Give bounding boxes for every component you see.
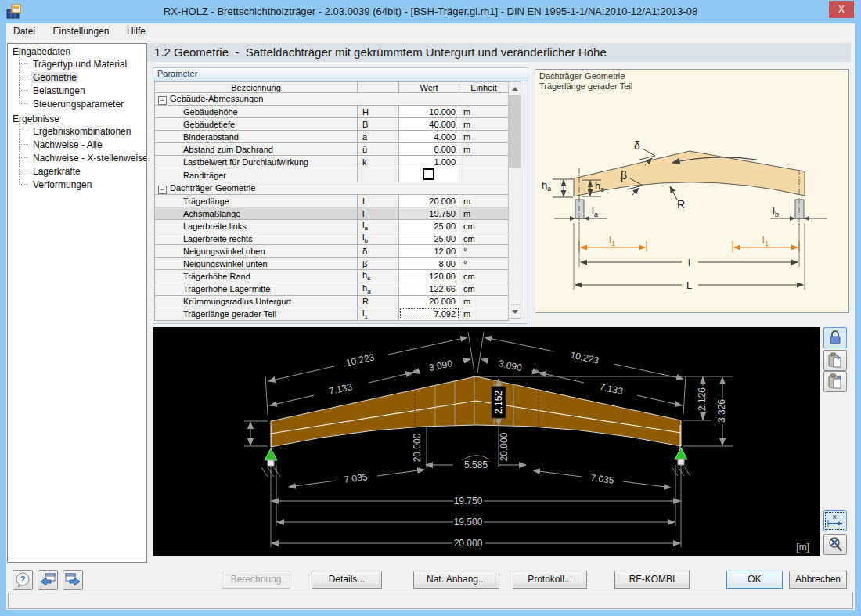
menu-hilfe[interactable]: Hilfe: [120, 23, 153, 40]
next-window-button[interactable]: [63, 570, 83, 590]
scrollbar-thumb[interactable]: [509, 95, 521, 168]
left-support: [261, 448, 280, 477]
title-bar[interactable]: RX-HOLZ - Brettschichtholzträger - 2.03.…: [0, 0, 861, 23]
right-support: [672, 448, 690, 476]
table-scrollbar[interactable]: [508, 81, 521, 319]
details-button[interactable]: Details...: [312, 571, 382, 589]
menu-einstellungen[interactable]: Einstellungen: [45, 23, 116, 40]
parameter-value-cell[interactable]: 20.000: [399, 295, 459, 308]
parameter-row[interactable]: Trägerhöhe Lagermitteha122.66cm: [155, 283, 509, 295]
parameter-name: Trägerlänge gerader Teil: [155, 308, 358, 320]
parameter-value-cell[interactable]: 4.000: [399, 131, 459, 143]
scrollbar-down-button[interactable]: [509, 304, 521, 318]
parameter-value-cell[interactable]: 122.66: [399, 283, 459, 295]
scrollbar-up-button[interactable]: [509, 82, 521, 95]
copy-to-clipboard-button[interactable]: [823, 350, 847, 371]
sidebar-group-ergebnisse[interactable]: Ergebnisse: [8, 111, 146, 125]
randtraeger-checkbox[interactable]: [423, 168, 434, 180]
previous-window-button[interactable]: [38, 570, 58, 590]
protokoll-button[interactable]: Protokoll...: [513, 571, 587, 589]
parameter-value-cell[interactable]: 25.00: [399, 232, 459, 245]
parameter-value-cell[interactable]: 25.00: [399, 220, 459, 232]
parameter-row[interactable]: Trägerhöhe Randhs120.00cm: [155, 270, 509, 283]
sidebar-item-label: Geometrie: [31, 72, 78, 83]
parameter-symbol: R: [358, 295, 399, 308]
parameter-row[interactable]: Randträger: [155, 168, 509, 182]
status-bar: [8, 593, 853, 609]
rf-kombi-button[interactable]: RF-KOMBI: [614, 571, 690, 589]
parameter-row[interactable]: Achsmaßlängel19.750m: [155, 207, 509, 220]
berechnung-button[interactable]: Berechnung: [222, 571, 290, 589]
parameter-name: Lastbeiwert für Durchlaufwirkung: [155, 156, 358, 168]
help-button[interactable]: ?: [13, 570, 33, 590]
parameter-row[interactable]: Abstand zum Dachrandü0.000m: [155, 143, 509, 156]
collapse-toggle-icon[interactable]: −: [158, 96, 167, 105]
parameter-unit: cm: [459, 283, 509, 295]
sidebar-item-ergebniskombinationen[interactable]: Ergebniskombinationen: [8, 125, 146, 139]
sidebar-group-eingabedaten[interactable]: Eingabedaten: [8, 44, 146, 58]
sidebar-item-nachweise-x-stellenweise[interactable]: Nachweise - X-stellenweise: [8, 152, 146, 165]
copy-to-file-button[interactable]: [823, 371, 847, 392]
parameter-row[interactable]: Binderabstanda4.000m: [155, 131, 509, 143]
chevron-up-icon: [512, 87, 518, 91]
parameter-name: Trägerlänge: [155, 195, 358, 207]
sidebar-item-nachweise-alle[interactable]: Nachweise - Alle: [8, 139, 146, 152]
l1-right-label: l1: [762, 234, 769, 247]
parameter-value-cell[interactable]: 120.00: [399, 270, 459, 283]
sidebar-item-belastungen[interactable]: Belastungen: [8, 85, 146, 98]
parameter-row[interactable]: GebäudehöheH10.000m: [155, 106, 509, 118]
parameter-row[interactable]: GebäudetiefeB40.000m: [155, 118, 509, 131]
parameter-unit: m: [459, 118, 509, 131]
zoom-reset-button[interactable]: [823, 534, 847, 555]
parameter-symbol: l1: [358, 308, 399, 320]
help-icon: ?: [13, 571, 32, 589]
parameter-row[interactable]: Krümmungsradius UntergurtR20.000m: [155, 295, 509, 308]
dimensioning-toggle-button[interactable]: x: [823, 510, 847, 531]
close-button[interactable]: X: [829, 1, 854, 18]
lock-view-button[interactable]: [823, 327, 847, 348]
sidebar-item-geometrie[interactable]: Geometrie: [8, 71, 146, 85]
collapse-toggle-icon[interactable]: −: [158, 186, 167, 194]
parameter-panel: Parameter Bezeichnung Wert Einheit −Gebä…: [153, 67, 528, 324]
parameter-symbol: L: [358, 195, 399, 207]
parameter-value-cell[interactable]: 19.750: [399, 207, 459, 220]
parameter-symbol: hs: [358, 270, 399, 283]
sidebar-item-steuerungsparameter[interactable]: Steuerungsparameter: [8, 98, 146, 111]
parameter-row[interactable]: Neigungswinkel obenδ12.00°: [155, 245, 509, 258]
parameter-value-cell[interactable]: 10.000: [399, 106, 459, 118]
parameter-section-row[interactable]: −Dachträger-Geometrie: [155, 182, 509, 195]
sidebar-item-lagerkräfte[interactable]: Lagerkräfte: [8, 165, 146, 178]
beam-drawing-canvas[interactable]: 10.223 10.223 7.133 7.133 3.090 3.090 2.…: [153, 327, 820, 556]
ha-label: ha: [542, 179, 551, 193]
parameter-table: Bezeichnung Wert Einheit −Gebäude-Abmess…: [154, 81, 509, 321]
parameter-row[interactable]: Lagerbreite linksla25.00cm: [155, 220, 509, 232]
app-icon: [6, 4, 22, 20]
parameter-value-cell[interactable]: 20.000: [399, 195, 459, 207]
nat-anhang-button[interactable]: Nat. Anhang...: [413, 571, 499, 589]
parameter-value-cell[interactable]: [399, 168, 459, 182]
parameter-unit: m: [459, 131, 509, 143]
parameter-row[interactable]: Lastbeiwert für Durchlaufwirkungk1.000: [155, 156, 509, 168]
parameter-section-row[interactable]: −Gebäude-Abmessungen: [155, 93, 509, 106]
parameter-value-cell[interactable]: 7.092: [399, 308, 459, 320]
sidebar-item-trägertyp-und-material[interactable]: Trägertyp und Material: [8, 58, 146, 71]
menu-datei[interactable]: Datei: [6, 23, 42, 40]
dimension-label: 10.223: [569, 349, 600, 366]
column-header-bezeichnung: Bezeichnung: [155, 82, 358, 93]
cancel-button[interactable]: Abbrechen: [789, 571, 847, 589]
parameter-value-cell[interactable]: 1.000: [399, 156, 459, 168]
sidebar-item-label: Verformungen: [31, 179, 93, 190]
l1-left-label: l1: [609, 234, 615, 247]
parameter-value-cell[interactable]: 12.00: [399, 245, 459, 258]
parameter-value-cell[interactable]: 8.00: [399, 258, 459, 270]
parameter-value-cell[interactable]: 0.000: [399, 143, 459, 156]
parameter-value-cell[interactable]: 40.000: [399, 118, 459, 131]
ok-button[interactable]: OK: [726, 571, 783, 589]
parameter-row[interactable]: Neigungswinkel untenβ8.00°: [155, 258, 509, 270]
sidebar-item-verformungen[interactable]: Verformungen: [8, 178, 146, 192]
parameter-row[interactable]: TrägerlängeL20.000m: [155, 195, 509, 207]
parameter-row[interactable]: Trägerlänge gerader Teill17.092m: [155, 308, 509, 320]
parameter-row[interactable]: Lagerbreite rechtslb25.00cm: [155, 232, 509, 245]
geometry-schematic: δ β R ha hs la lb: [535, 70, 849, 313]
clipboard-file-icon: [824, 372, 846, 391]
